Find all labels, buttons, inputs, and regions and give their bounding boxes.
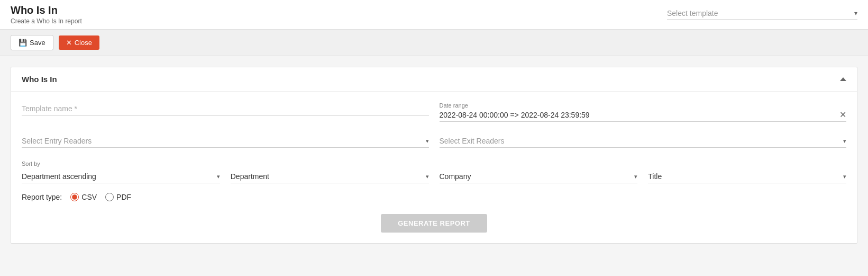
pdf-label: PDF (116, 193, 131, 201)
sort-col4-select[interactable]: Title (648, 170, 843, 183)
section-body: Date range 2022-08-24 00:00:00 => 2022-0… (11, 92, 857, 243)
sort-col2-select[interactable]: Department (231, 170, 426, 183)
page-header: Who Is In Create a Who Is In report (11, 4, 82, 25)
sort-col2-group: Department ▾ (231, 170, 429, 183)
report-type-row: Report type: CSV PDF (22, 193, 846, 201)
exit-readers-chevron-icon: ▾ (843, 138, 846, 145)
sort-by-label: Sort by (22, 161, 846, 167)
sort-col3-group: Company ▾ (440, 170, 638, 183)
sort-col2-chevron-icon: ▾ (426, 173, 429, 180)
date-range-row: 2022-08-24 00:00:00 => 2022-08-24 23:59:… (440, 111, 847, 122)
top-bar: Who Is In Create a Who Is In report Sele… (0, 0, 868, 30)
csv-label: CSV (81, 193, 97, 201)
exit-readers-group: Select Exit Readers ▾ (440, 135, 847, 148)
generate-section: GENERATE REPORT (22, 214, 846, 233)
entry-readers-select[interactable]: Select Entry Readers (22, 135, 426, 147)
save-button[interactable]: 💾 Save (11, 35, 53, 50)
date-range-value: 2022-08-24 00:00:00 => 2022-08-24 23:59:… (440, 111, 590, 119)
template-select-wrapper[interactable]: Select template ▾ (667, 9, 857, 20)
entry-readers-group: Select Entry Readers ▾ (22, 135, 429, 148)
save-icon: 💾 (19, 39, 27, 47)
who-is-in-section: Who Is In Date range 2022-08-24 00:00:00… (11, 67, 857, 244)
pdf-radio[interactable] (105, 193, 114, 201)
exit-readers-wrapper[interactable]: Select Exit Readers ▾ (440, 135, 847, 148)
section-header: Who Is In (11, 67, 857, 92)
sort-col2-wrapper[interactable]: Department ▾ (231, 170, 429, 183)
section-title: Who Is In (22, 75, 57, 84)
main-content: Who Is In Date range 2022-08-24 00:00:00… (0, 67, 868, 254)
report-type-label: Report type: (22, 193, 62, 201)
page-subtitle: Create a Who Is In report (11, 17, 82, 25)
collapse-icon[interactable] (840, 77, 846, 81)
readers-row: Select Entry Readers ▾ Select Exit Reade… (22, 135, 846, 148)
template-name-group (22, 102, 429, 122)
csv-radio[interactable] (70, 193, 79, 201)
sort-col3-select[interactable]: Company (440, 170, 635, 183)
sort-row: Department ascending ▾ Department ▾ (22, 170, 846, 183)
sort-col1-select[interactable]: Department ascending (22, 170, 217, 183)
sort-col1-chevron-icon: ▾ (217, 173, 220, 180)
sort-col4-chevron-icon: ▾ (843, 173, 846, 180)
sort-col3-wrapper[interactable]: Company ▾ (440, 170, 638, 183)
chevron-down-icon: ▾ (854, 10, 857, 17)
sort-col3-chevron-icon: ▾ (634, 173, 637, 180)
date-range-clear-button[interactable]: ✕ (839, 111, 846, 119)
exit-readers-select[interactable]: Select Exit Readers (440, 135, 844, 147)
pdf-radio-option[interactable]: PDF (105, 193, 131, 201)
page-title: Who Is In (11, 4, 82, 16)
date-range-group: Date range 2022-08-24 00:00:00 => 2022-0… (440, 102, 847, 122)
date-range-label: Date range (440, 102, 847, 109)
sort-col4-group: Title ▾ (648, 170, 846, 183)
sort-section: Sort by Department ascending ▾ (22, 161, 846, 183)
template-name-input[interactable] (22, 102, 429, 115)
template-select[interactable]: Select template (667, 9, 851, 17)
sort-col4-wrapper[interactable]: Title ▾ (648, 170, 846, 183)
close-button[interactable]: ✕ Close (59, 35, 99, 50)
generate-report-button[interactable]: GENERATE REPORT (381, 214, 487, 233)
entry-readers-wrapper[interactable]: Select Entry Readers ▾ (22, 135, 429, 148)
sort-col1-wrapper[interactable]: Department ascending ▾ (22, 170, 220, 183)
csv-radio-option[interactable]: CSV (70, 193, 97, 201)
toolbar: 💾 Save ✕ Close (0, 30, 868, 56)
sort-col1-group: Department ascending ▾ (22, 170, 220, 183)
close-icon: ✕ (66, 39, 72, 47)
template-date-row: Date range 2022-08-24 00:00:00 => 2022-0… (22, 102, 846, 122)
entry-readers-chevron-icon: ▾ (426, 138, 429, 145)
